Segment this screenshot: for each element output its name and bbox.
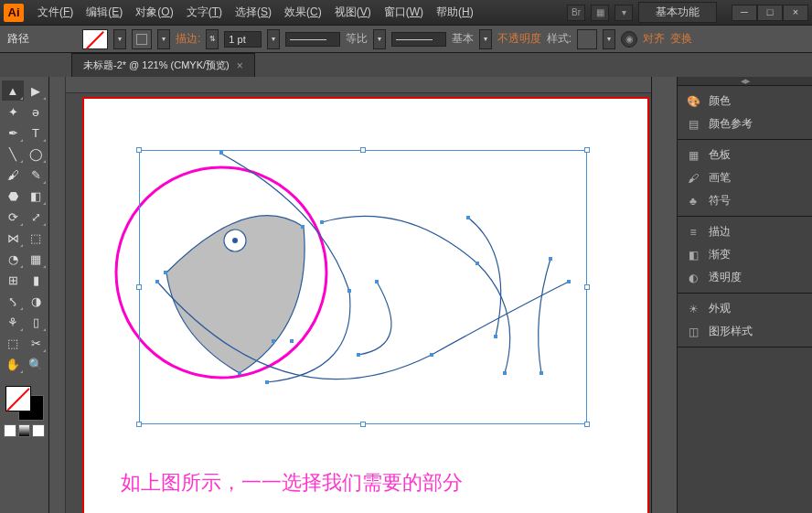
arrange-docs-icon[interactable]: ▦ — [591, 5, 609, 21]
document-tab-close[interactable]: × — [237, 59, 243, 72]
fill-stroke-proxy[interactable] — [5, 386, 44, 421]
ruler-vertical[interactable] — [49, 77, 66, 513]
sel-handle-s[interactable] — [360, 422, 366, 427]
ruler-horizontal[interactable] — [66, 77, 651, 93]
paintbrush-tool[interactable]: 🖌 — [2, 165, 24, 185]
style-dropdown[interactable]: ▾ — [603, 29, 615, 49]
eraser-tool[interactable]: ◧ — [25, 186, 47, 206]
rectangle-tool[interactable]: ◯ — [25, 144, 47, 164]
canvas-wrapper: 如上图所示，一一选择我们需要的部分 — [49, 77, 651, 513]
magic-wand-tool[interactable]: ✦ — [2, 102, 24, 122]
align-label[interactable]: 对齐 — [643, 31, 665, 47]
panel-appearance[interactable]: ☀外观 — [678, 297, 812, 320]
right-panels: ◀▶ 🎨颜色 ▤颜色参考 ▦色板 🖌画笔 ♣符号 ≡描边 ◧渐变 ◐透明度 ☀外… — [677, 77, 812, 513]
menu-edit[interactable]: 编辑(E) — [80, 5, 129, 20]
opacity-label[interactable]: 不透明度 — [497, 31, 541, 47]
color-mode-btn[interactable] — [4, 424, 16, 437]
brush-dropdown[interactable]: ▾ — [479, 29, 492, 49]
artboard-tool[interactable]: ⬚ — [2, 333, 24, 353]
gradient-tool[interactable]: ▮ — [25, 270, 47, 290]
menu-object[interactable]: 对象(O) — [129, 5, 179, 20]
sel-handle-ne[interactable] — [584, 147, 590, 153]
panel-swatches[interactable]: ▦色板 — [678, 144, 812, 166]
panel-transparency[interactable]: ◐透明度 — [678, 266, 812, 289]
panel-symbols[interactable]: ♣符号 — [678, 189, 812, 212]
stroke-weight-input[interactable]: 1 pt — [224, 31, 261, 48]
screen-mode-icon[interactable]: ▾ — [614, 5, 633, 21]
width-tool[interactable]: ⋈ — [2, 228, 24, 248]
panel-color-guide[interactable]: ▤颜色参考 — [678, 112, 812, 135]
slice-tool[interactable]: ✂ — [25, 333, 47, 353]
graphic-style-swatch[interactable] — [577, 29, 597, 49]
right-dock-strip[interactable] — [651, 77, 677, 513]
menu-window[interactable]: 窗口(W) — [378, 5, 430, 20]
recolor-artwork-icon[interactable]: ◉ — [621, 31, 637, 48]
menu-help[interactable]: 帮助(H) — [430, 5, 480, 20]
window-maximize[interactable]: □ — [757, 5, 783, 21]
workspace-switcher[interactable]: 基本功能 — [638, 2, 717, 23]
scale-tool[interactable]: ⤢ — [25, 207, 47, 227]
menu-select[interactable]: 选择(S) — [229, 5, 278, 20]
none-mode-btn[interactable] — [32, 424, 45, 437]
variable-width-profile[interactable] — [285, 32, 340, 47]
brush-definition[interactable] — [391, 32, 446, 47]
free-transform-tool[interactable]: ⬚ — [25, 228, 47, 248]
selection-tool[interactable]: ▲ — [2, 80, 24, 101]
profile-dropdown[interactable]: ▾ — [373, 29, 386, 49]
sel-handle-se[interactable] — [584, 422, 590, 427]
sel-handle-nw[interactable] — [136, 147, 142, 153]
direct-selection-tool[interactable]: ▶ — [25, 80, 47, 101]
column-graph-tool[interactable]: ▯ — [25, 312, 47, 332]
mesh-tool[interactable]: ⊞ — [2, 270, 24, 290]
pencil-tool[interactable]: ✎ — [25, 165, 47, 185]
stroke-weight-stepper[interactable]: ⇅ — [206, 29, 219, 49]
selection-bounding-box[interactable] — [139, 150, 587, 424]
stroke-weight-dropdown[interactable]: ▾ — [267, 29, 280, 49]
shape-builder-tool[interactable]: ◔ — [2, 249, 24, 269]
gradient-mode-btn[interactable] — [18, 424, 31, 437]
stroke-icon: ≡ — [685, 225, 701, 240]
stroke-dropdown-arrow[interactable]: ▾ — [157, 29, 170, 49]
panel-brushes[interactable]: 🖌画笔 — [678, 166, 812, 189]
sel-handle-w[interactable] — [136, 284, 142, 290]
lasso-tool[interactable]: ə — [25, 102, 47, 122]
bridge-icon[interactable]: Br — [567, 5, 585, 21]
menu-effect[interactable]: 效果(C) — [278, 5, 328, 20]
panel-gradient[interactable]: ◧渐变 — [678, 243, 812, 266]
fill-dropdown-arrow[interactable]: ▾ — [113, 29, 126, 49]
zoom-tool[interactable]: 🔍 — [25, 354, 47, 374]
stroke-swatch[interactable] — [132, 29, 152, 49]
transform-label[interactable]: 变换 — [670, 31, 692, 47]
panel-graphic-styles[interactable]: ◫图形样式 — [678, 320, 812, 343]
sel-handle-n[interactable] — [360, 147, 366, 153]
document-tab-bar: 未标题-2* @ 121% (CMYK/预览) × — [0, 53, 812, 77]
artboard: 如上图所示，一一选择我们需要的部分 — [82, 97, 649, 513]
blob-brush-tool[interactable]: ⬣ — [2, 186, 24, 206]
hand-tool[interactable]: ✋ — [2, 354, 24, 374]
perspective-grid-tool[interactable]: ▦ — [25, 249, 47, 269]
menu-view[interactable]: 视图(V) — [328, 5, 378, 20]
document-tab-title: 未标题-2* @ 121% (CMYK/预览) — [83, 59, 230, 72]
symbol-sprayer-tool[interactable]: ⚘ — [2, 312, 24, 332]
document-tab[interactable]: 未标题-2* @ 121% (CMYK/预览) × — [71, 53, 255, 77]
menu-file[interactable]: 文件(F) — [31, 5, 80, 20]
pen-tool[interactable]: ✒ — [2, 123, 24, 143]
panel-collapse-toggle[interactable]: ◀▶ — [678, 77, 812, 86]
line-tool[interactable]: ╲ — [2, 144, 24, 164]
menu-type[interactable]: 文字(T) — [180, 5, 229, 20]
fill-swatch[interactable] — [82, 29, 108, 49]
blend-tool[interactable]: ◑ — [25, 291, 47, 311]
sel-handle-e[interactable] — [584, 284, 590, 290]
sel-handle-sw[interactable] — [136, 422, 142, 427]
canvas-area[interactable]: 如上图所示，一一选择我们需要的部分 — [66, 93, 651, 513]
eyedropper-tool[interactable]: ⤣ — [2, 291, 24, 311]
color-guide-icon: ▤ — [685, 117, 701, 132]
window-minimize[interactable]: ─ — [732, 5, 757, 21]
type-tool[interactable]: T — [25, 123, 47, 143]
rotate-tool[interactable]: ⟳ — [2, 207, 24, 227]
stroke-label[interactable]: 描边: — [176, 31, 200, 47]
panel-stroke[interactable]: ≡描边 — [678, 220, 812, 243]
window-close[interactable]: × — [783, 5, 808, 21]
panel-color[interactable]: 🎨颜色 — [678, 90, 812, 112]
fill-proxy[interactable] — [5, 386, 31, 411]
